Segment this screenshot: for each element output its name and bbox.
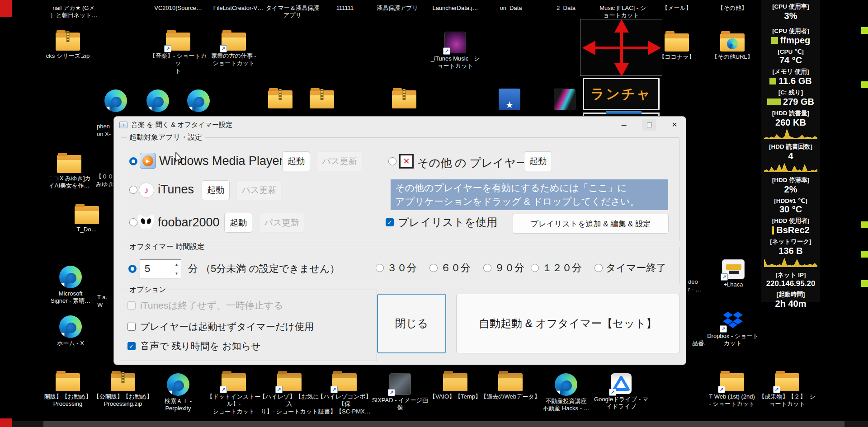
desktop-top-label[interactable]: 【その他】 [717, 5, 747, 12]
desktop-icon-folder[interactable]: 【過去のWebデータ】 [481, 373, 540, 400]
playlist-checkbox[interactable]: ✓ [386, 218, 394, 226]
desktop-icon-edge[interactable]: ↗Microsoft Signer - 素晴… [41, 266, 100, 305]
desktop-icon-folder[interactable]: ↗【音楽】- ショートカッ ト [148, 33, 208, 75]
option-row-0[interactable]: iTunesは終了せず、一時停止する [127, 299, 283, 312]
option-checkbox[interactable]: ✓ [127, 342, 136, 350]
edge-icon: ↗ [104, 89, 127, 112]
desktop-top-label[interactable]: 111111 [336, 5, 354, 12]
timer-custom-radio[interactable] [128, 265, 137, 273]
folder-edge-icon [720, 33, 745, 52]
desktop-top-label[interactable]: LauncherData.j… [432, 5, 478, 12]
zipper [66, 31, 70, 42]
wmp-play-orb: ▶ [142, 155, 153, 166]
folder-icon: ↗ [277, 373, 302, 391]
close-icon[interactable]: ✕ [668, 119, 681, 131]
edge-swirl-icon [727, 38, 738, 49]
desktop-top-label[interactable]: nail アカ★ (Gメ ）と朝日ネット… [50, 5, 97, 19]
monitor-sparkline [764, 129, 817, 141]
right-edge-indicator [861, 81, 868, 88]
timer-spinner-down[interactable]: ▼ [172, 269, 181, 278]
desktop-label-fragment: phen on X- [97, 123, 111, 138]
desktop-icon-folder[interactable]: T_Do… [57, 206, 117, 233]
desktop-top-label[interactable]: 液晶保護アプリ [377, 5, 418, 12]
desktop-icon-dropbox[interactable]: ↗Dropbox - ショート カット [703, 310, 763, 347]
timer-radio-label: ６０分 [441, 261, 471, 275]
timer-radio-６０分[interactable]: ６０分 [429, 261, 471, 275]
desktop-icon-folder[interactable]: ↗【ドットインストール】- ショートカット [204, 373, 264, 415]
wmp-launch-button[interactable]: 起動 [282, 151, 310, 171]
monitor-item-9: [HDD 使用者]BsRec2 [761, 217, 820, 235]
desktop-icon-edge[interactable]: ↗検索ＡＩ - Perplexity [148, 373, 208, 413]
monitor-item-11: [ネット IP]220.146.95.20 [761, 271, 820, 288]
foobar-launch-button[interactable]: 起動 [224, 213, 252, 233]
monitor-swatch [772, 226, 774, 235]
desktop-icon-tool[interactable]: ★ [480, 89, 539, 110]
desktop-icon-folder[interactable]: ↗【成果物】【２】- シ ョートカット [757, 373, 817, 408]
folder-tab [665, 31, 675, 34]
radio-circle [483, 264, 491, 272]
desktop-top-label[interactable]: 2_Data [557, 5, 576, 12]
timer-radio-１２０分[interactable]: １２０分 [531, 261, 582, 275]
desktop-icon-folder[interactable]: ニコX みゆき]カ イAI美女を作… [39, 155, 99, 190]
wmp-radio[interactable] [129, 157, 137, 165]
timer-spinner[interactable]: 5 ▲ ▼ [140, 259, 181, 278]
itunes-radio[interactable] [129, 186, 137, 194]
timer-radio-タイマー終了[interactable]: タイマー終了 [594, 261, 666, 275]
desktop-icon-folder-edge[interactable]: 【その他URL】 [703, 33, 762, 61]
desktop-top-label[interactable]: VC2010(Source… [154, 5, 202, 12]
desktop-top-label[interactable]: _Music [FLAC] - シ ョートカット [596, 5, 646, 19]
zip-icon [268, 90, 292, 108]
desktop-icon-label: 【過去のWebデータ】 [481, 393, 540, 400]
dialog-titlebar[interactable]: ♪ 音楽 を 聞く & オフタイマー設定 [114, 117, 686, 133]
itunes-launch-button[interactable]: 起動 [202, 180, 230, 200]
folder-tab [58, 153, 67, 156]
desktop-top-label[interactable]: ori_Data [500, 5, 522, 12]
minimize-button[interactable]: ─ [617, 119, 631, 131]
desktop-icon-zip[interactable]: cks シリーズ.zip [38, 33, 98, 60]
other-player-radio[interactable] [388, 157, 396, 165]
desktop-icon-gdrive[interactable]: ↗Googleドライブ - マ イドライブ [591, 373, 651, 411]
other-player-launch-button[interactable]: 起動 [524, 151, 552, 171]
desktop-top-label[interactable]: FileListCreator-V… [213, 5, 264, 12]
option-checkbox[interactable] [127, 323, 136, 331]
timer-spinner-up[interactable]: ▲ [172, 260, 181, 269]
autostart-offtimer-set-button[interactable]: 自動起動 & オフタイマー【セット】 [456, 294, 679, 353]
timer-radio-label: タイマー終了 [606, 261, 666, 275]
desktop-icon-edge[interactable]: ↗不動産投資講座 不動産 Hacks - … [536, 373, 596, 413]
maximize-button[interactable] [642, 119, 656, 131]
launcher-arrows-widget[interactable] [580, 19, 662, 76]
desktop-icon-folder[interactable]: ↗家業の方の仕事 - ショートカット [204, 33, 264, 67]
monitor-label: [メモリ 使用] [772, 68, 809, 76]
wmp-icon: ▶ [140, 153, 156, 169]
desktop-icon-photo[interactable]: ↗SIXPAD - イメージ画 像 [370, 373, 430, 412]
desktop-icon-folder[interactable]: ↗【ハイレゾコンポ】【保 証書】【SC-PMX… [315, 373, 374, 415]
desktop-icon-folder[interactable]: 【VAIO】【Temp】 [425, 373, 485, 400]
option-row-2[interactable]: ✓音声で 残り時間を お知らせ [127, 340, 261, 352]
monitor-value: 4 [788, 151, 793, 161]
timer-radio-label: １２０分 [542, 261, 582, 275]
foobar-radio[interactable] [129, 218, 137, 226]
desktop-icon-folder[interactable]: ↗T-Web (1st) (2nd) - ショートカット [702, 373, 762, 408]
desktop-icon-folder[interactable]: ↗【ハイレゾ】【お気に入 り】- ショートカット [259, 373, 319, 415]
option-checkbox[interactable] [127, 301, 136, 310]
desktop-icon-folder[interactable]: 開版】【お勧め】 Processing [38, 373, 98, 408]
option-row-1[interactable]: プレイヤーは起動せずタイマーだけ使用 [127, 320, 314, 333]
playlist-edit-button[interactable]: プレイリストを追加 & 編集 & 設定 [513, 214, 669, 234]
monitor-value-row: 260 KB [775, 117, 806, 128]
desktop-top-label[interactable]: 【メール】 [662, 5, 692, 12]
monitor-value: 260 KB [775, 117, 806, 128]
launcher-caption-button[interactable]: ランチャ [583, 78, 660, 110]
desktop-top-label[interactable]: タイマー＆液晶保護 アプリ [266, 5, 319, 19]
folder-tab [269, 88, 278, 91]
desktop-icon-art[interactable]: ↗_iTunes Music - シ ョートカット [425, 32, 485, 70]
desktop-icon-edge[interactable]: ↗ホーム - X [41, 315, 100, 347]
desktop-icon-zip[interactable] [374, 90, 434, 108]
timer-radio-３０分[interactable]: ３０分 [376, 261, 417, 275]
desktop-icon-zip[interactable]: 【公開版】【お勧め】 Processing.zip [93, 373, 153, 408]
desktop-icon-edge[interactable]: ↗ [169, 89, 228, 112]
desktop-icon-lhaca[interactable]: ↗+Lhaca [703, 259, 763, 288]
close-dialog-button[interactable]: 閉じる [377, 294, 446, 353]
timer-radio-９０分[interactable]: ９０分 [483, 261, 524, 275]
folder-tab [444, 371, 453, 374]
desktop-icon-zip[interactable] [292, 90, 352, 108]
